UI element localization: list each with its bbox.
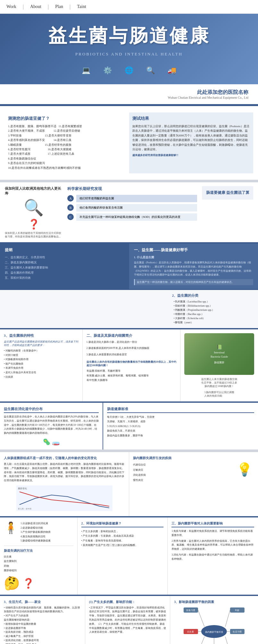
change-text: 婴儿期：出生后最先是双歧杆菌占优势，肠道内双歧杆菌占绝对优势，肠道内菌群相对比较…	[4, 462, 125, 483]
change-chart: 菌群变化 婴儿期→老年期	[4, 485, 125, 512]
func-5: 5.肠道蠕动维持健康肠道素	[21, 539, 73, 543]
env-item-4: • 某类细菌产生是产生2型二型上腺分泌的萜酚醛。	[81, 543, 164, 548]
char-item-5: • 有调节免疫作用	[4, 366, 79, 370]
disease-flex: 肠内菌群失调所引发的疾病 代谢综合症 过敏炎症 消化道疾病 慢性炎症 💡	[133, 456, 254, 483]
char-item-3: • 对肠黏膜有粘附作用	[4, 357, 79, 362]
func-1: 1.分泌肠道清洁的消化液	[21, 521, 73, 526]
gray-separator-1	[0, 180, 258, 182]
question-mark-icon: ❓	[22, 578, 34, 589]
outline-right-subtitle: 1. 什么是益生菌	[134, 255, 254, 260]
class-title: 2、益生菌的分类	[172, 293, 253, 298]
person-icon-func: 🧍	[4, 521, 18, 543]
book-col: 📗 Intestinal Bacteria Guide 肠道菌群 益生菌让人体大…	[180, 329, 258, 401]
bacteria-icon-1: 🦠	[43, 438, 51, 445]
nav-about[interactable]: About	[30, 4, 41, 9]
question-icon-longevity: ❓	[5, 219, 62, 230]
survey-section: 测测您的肠道亚健了？ 1.是否有腹胀、腹痛、腹鸣等肠胃不适 11.是否有频繁感冒…	[0, 108, 258, 178]
env-item-2: • 产生太多的菌：引发肠炎，造成血压高及感染	[81, 534, 164, 538]
char-intestine-section: 3、益生菌株的特性 益生菌产品选用益生菌菌株是经国家相关机构的认可，须具备下列特…	[0, 329, 258, 401]
research-item-a: A 他们经常使用酸奶和益生菌	[67, 195, 197, 202]
research-item-b: B 他们食用的酸奶和饮食富含有活菌	[67, 204, 197, 211]
research-text-a: 他们经常使用酸奶和益生菌	[76, 195, 197, 202]
hero-title: 益生菌与肠道健康	[13, 23, 245, 48]
treatment-4: 菌群移植剂	[4, 568, 73, 573]
importance-item-2: 2.营养与健康：益生菌对人体内部的营养价值很高，它含有大量的蛋白质、氨基酸、维生…	[171, 539, 254, 551]
svg-line-19	[198, 637, 204, 644]
change-col: 人体肠道菌群组成不是一成不变的，它随着人的年龄的变化而变化 婴儿期：出生后最先是…	[0, 452, 129, 516]
longevity-text: 保加利亚人长寿的秘密在于其独特的生活方式和饮食习惯，特别是长期食用含有益生菌的发…	[5, 231, 62, 238]
survey-item-9: 9.是否会在压力大的时候腹泻	[8, 161, 126, 165]
gut-item-2: 有害菌:威尔士菌、梭状芽孢杆菌、葡萄球菌、链球菌等	[87, 374, 177, 378]
nav-taint[interactable]: Taint	[77, 4, 86, 9]
health-item-4: 肠道免疫力高，不易生病	[107, 429, 254, 433]
hero-subtitle: PROBIOTICS AND INTESTINAL HEALTH	[13, 52, 245, 57]
treatment-1: 抗生素	[4, 555, 73, 559]
svg-line-22	[225, 637, 230, 644]
research-badge-c: C	[67, 214, 74, 220]
disease-item-1: 代谢综合症	[133, 462, 233, 467]
char-items: • 对酸性的耐受（在胃肠道中） • 对胆汁耐受 • 对肠黏膜有粘附作用 • 能产…	[4, 349, 79, 379]
env-item-3: • 产生毒素：影响等等各类负面情绪。	[81, 539, 164, 543]
toxin-col: (1) 产生太多的菌、影响肝功能： • 正常情况下，甲型益生菌活跃在肠道中，应该…	[85, 596, 171, 644]
disease-item-2: 过敏炎症	[133, 467, 233, 473]
bulb-icon: 💡	[237, 462, 253, 477]
survey-item-10: 10.是否在外出就餐或者在不熟悉的地方就餐时感到不舒服	[8, 166, 126, 170]
health-item-5: 肠道内益生菌数量多，菌群平衡	[107, 433, 254, 438]
survey-left-title: 测测您的肠道亚健了？	[8, 116, 126, 121]
survey-right-title: 测试结果	[132, 116, 250, 121]
gear-icon: ⚙️	[103, 66, 112, 75]
globe-icon: 🌐	[125, 66, 133, 75]
research-title: 科学家长期研究发现	[67, 186, 197, 192]
bacteria-env-importance: 🧍 1.分泌肠道清洁的消化液 2.促进肠道蠕动功能 3.产生保护肠道黏膜的物质 …	[0, 517, 258, 595]
outline-section: 提纲 一、益生菌的定义、分类及特性 二、肠道及肠内菌群概况 三、益生菌对人体健康…	[0, 244, 258, 289]
lifestyle-col: 3、生活方式、肠——家业 • 动物性蛋白质对肠道的新陈代谢、脂质量、氨基酸的影响…	[0, 596, 85, 644]
char-col: 3、益生菌株的特性 益生菌产品选用益生菌菌株是经国家相关机构的认可，须具备下列特…	[0, 329, 83, 401]
survey-item-1: 1.是否有腹胀、腹痛、腹鸣等肠胃不适 11.是否有频繁感冒	[8, 124, 126, 128]
gut-item-3: 有中性菌:大肠菌等	[87, 378, 177, 383]
dist-icons: 🦠 🧫	[4, 438, 99, 446]
env-item-1: • 产生太多的菌：影响初始状态，	[81, 529, 164, 534]
gut-bacteria-section: 益生菌在人体内含有的肠道微生物的数量相当于体细胞数量的10倍以上，其中约超过10…	[87, 360, 177, 383]
importance-item-3: 3.消化与代谢：有益菌在肠道中通过代谢产生功能性物质，帮助人体代谢各种物质。	[171, 553, 254, 561]
longevity-left: 保加利亚人比欧洲其他地方的人更长寿 🔍 ❓ 保加利亚人长寿的秘密在于其独特的生活…	[5, 186, 62, 238]
survey-items: 1.是否有腹胀、腹痛、腹鸣等肠胃不适 11.是否有频繁感冒 2.是否有大便不规律…	[8, 124, 126, 170]
outline-right: 一、益生菌——肠道健康好帮手 1. 什么是益生菌 益生菌是（Probiotic）…	[129, 244, 258, 289]
nav-divider-1: |	[23, 4, 24, 10]
outline-item-1: 一、益生菌的定义、分类及特性	[5, 255, 124, 260]
importance-items: 1.免疫与保健：有益菌对免疫系统的激活、调节和增强免疫系统功能有着重要作用。 2…	[171, 529, 254, 561]
research-text-c: 补充益生菌可以使一种叫做某种超氧化物歧化酶（SOD）的抗氧化剂更高的浓度	[76, 213, 197, 221]
env-title: 2、环境如何影响肠道健康？	[81, 521, 164, 527]
research-center: 科学家长期研究发现 A 他们经常使用酸奶和益生菌 B 他们食用的酸奶和饮食富含有…	[67, 186, 197, 223]
nav-plan[interactable]: Plan	[55, 4, 63, 9]
nav-work[interactable]: Work	[6, 4, 16, 9]
book-note: 3.肠内菌群可以让我们调整人体的免疫功能	[204, 391, 234, 398]
treatment-2: 益生菌制剂	[4, 559, 73, 564]
gut-bacteria-title: 益生菌在人体内含有的肠道微生物的数量相当于体细胞数量的10倍以上，其中约超过10…	[87, 360, 177, 367]
balance-col: 3、影响肠道菌群平衡的因素 肠内菌群平衡环境 饮食习惯 年龄 抗生素	[170, 596, 258, 644]
survey-item-7: 7.是否大便不成形 17.上述症状您有几条	[8, 152, 126, 156]
toxin-title: (1) 产生太多的菌、影响肝功能：	[89, 600, 166, 604]
hero-icons: 💻 ⚙️ 🌐 🔍 🚚	[13, 63, 245, 78]
toxin-text: • 正常情况下，甲型益生菌活跃在肠道中，应该很好地帮助形成消化道的正常活性环境。…	[89, 606, 166, 635]
intestine-slogan-text: 肠道要健康 益生菌说了算	[205, 189, 250, 196]
importance-item-1: 1.免疫与保健：有益菌对免疫系统的激活、调节和增强免疫系统功能有着重要作用。	[171, 529, 254, 538]
bulb-center: 💡	[235, 456, 254, 483]
class-item-1: • 乳杆菌属（Lactobacillus spp.）	[172, 300, 253, 303]
balance-diagram: 肠内菌群平衡环境 饮食习惯 年龄 抗生素 生活习惯 气候温度	[174, 606, 254, 644]
nav-divider-3: |	[70, 4, 71, 10]
hospital-name: 此处添加您的医院名称	[10, 89, 248, 96]
disease-list: 肠内菌群失调所引发的疾病 代谢综合症 过敏炎症 消化道疾病 慢性炎症	[133, 456, 233, 483]
disease-item-3: 消化道疾病	[133, 473, 233, 478]
health-item-1: 每天排便1~3次，大便无异常气味，无宿便	[107, 415, 254, 419]
intestine-items: 1.肠道是消化大肠和小肠，是消化道的一部分 2.肠道黏膜表面积约300平米,是人…	[87, 340, 177, 357]
question-person-icon: 🤔	[4, 576, 20, 591]
survey-note: 越来越多的研究表明改善肠道健康能够!!!	[132, 153, 250, 157]
importance-title: 三、肠内菌群平衡对人体的重要影响	[171, 521, 254, 527]
balance-title: 3、影响肠道菌群平衡的因素	[174, 600, 254, 604]
svg-text:菌群变化: 菌群变化	[18, 487, 27, 490]
health-item-3: 5 OLFLS AHKOE(1: 5 OLFLS)	[107, 424, 254, 429]
gut-item-1: 有益菌:双岐杆菌、乳酸杆菌等	[87, 369, 177, 373]
laptop-icon: 💻	[82, 66, 90, 75]
truck-icon: 🚚	[168, 66, 176, 75]
intestine-item-3: 3.肠道是人体最重要的消化吸收器官	[87, 352, 177, 357]
